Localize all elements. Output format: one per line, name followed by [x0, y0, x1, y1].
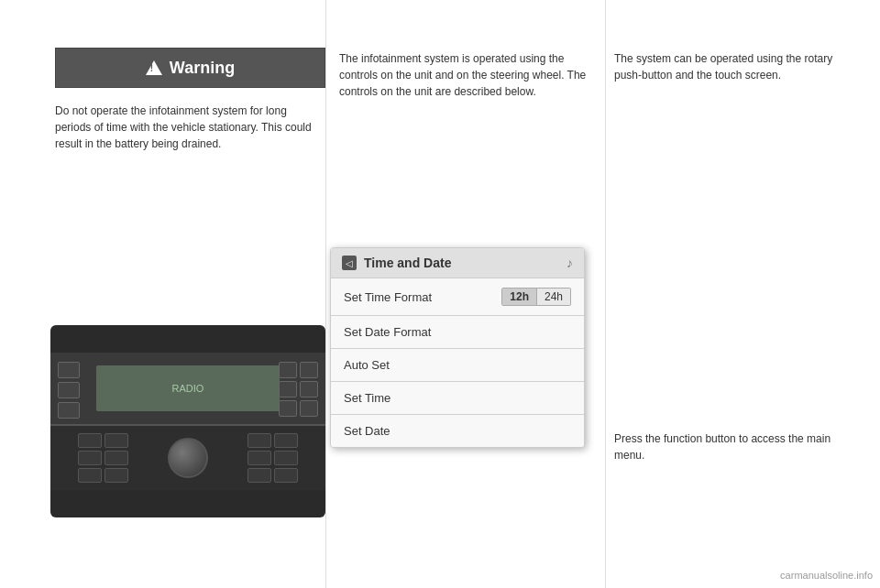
preset-btn-9[interactable] [248, 468, 271, 483]
panel-row-set-date[interactable]: Set Date [331, 415, 584, 447]
time-format-buttons: 12h 24h [501, 288, 571, 306]
radio-right-btn-5[interactable] [279, 400, 297, 417]
time-date-panel: ◁ Time and Date ♪ Set Time Format 12h 24… [330, 247, 585, 448]
radio-knob-container [168, 438, 208, 478]
divider-vertical-2 [605, 0, 606, 588]
panel-header: ◁ Time and Date ♪ [331, 248, 584, 278]
music-icon: ♪ [566, 256, 573, 270]
preset-btn-5[interactable] [104, 451, 128, 465]
radio-right-btn-6[interactable] [300, 400, 318, 417]
warning-title: Warning [170, 59, 235, 78]
set-time-label: Set Time [344, 391, 390, 405]
radio-left-presets [78, 433, 128, 483]
body-text-left: Do not operate the infotainment system f… [55, 103, 325, 152]
preset-btn-6[interactable] [104, 468, 128, 483]
radio-left-btn-2[interactable] [58, 382, 80, 398]
radio-bottom-row [50, 426, 325, 490]
preset-btn-3[interactable] [78, 468, 102, 483]
preset-btn-12[interactable] [274, 468, 298, 483]
panel-row-auto-set[interactable]: Auto Set [331, 349, 584, 382]
panel-row-set-date-format[interactable]: Set Date Format [331, 316, 584, 349]
panel-row-set-time[interactable]: Set Time [331, 382, 584, 415]
radio-display: RADIO [96, 365, 280, 411]
radio-right-btn-2[interactable] [300, 362, 318, 378]
back-icon[interactable]: ◁ [342, 256, 357, 270]
preset-btn-1[interactable] [78, 433, 102, 448]
time-format-24h-button[interactable]: 24h [537, 289, 570, 305]
divider-vertical-1 [325, 0, 326, 588]
warning-triangle-icon [146, 60, 162, 75]
radio-right-btn-4[interactable] [300, 381, 318, 397]
radio-right-presets [248, 433, 298, 483]
preset-btn-7[interactable] [248, 433, 271, 448]
body-text-far-right: The system can be operated using the rot… [614, 50, 862, 83]
radio-left-btn-1[interactable] [58, 362, 80, 378]
radio-right-btn-1[interactable] [279, 362, 297, 378]
time-format-12h-button[interactable]: 12h [502, 289, 537, 305]
warning-box: Warning [55, 48, 325, 88]
radio-right-btn-3[interactable] [279, 381, 297, 397]
panel-header-left: ◁ Time and Date [342, 256, 451, 270]
radio-knob[interactable] [168, 438, 208, 478]
preset-btn-10[interactable] [274, 433, 298, 448]
preset-btn-8[interactable] [248, 451, 271, 465]
auto-set-label: Auto Set [344, 358, 390, 372]
radio-display-text: RADIO [172, 383, 204, 394]
set-date-format-label: Set Date Format [344, 325, 431, 339]
set-time-format-label: Set Time Format [344, 290, 432, 304]
watermark: carmanualsoline.info [780, 570, 873, 581]
body-text-bottom-right: Press the function button to access the … [614, 430, 862, 463]
panel-title: Time and Date [364, 256, 451, 270]
radio-left-btn-3[interactable] [58, 402, 80, 419]
body-text-right: The infotainment system is operated usin… [339, 50, 605, 100]
radio-top-panel: RADIO [50, 353, 325, 426]
radio-unit: RADIO [50, 325, 325, 517]
preset-btn-2[interactable] [78, 451, 102, 465]
preset-btn-11[interactable] [274, 451, 298, 465]
preset-btn-4[interactable] [104, 433, 128, 448]
panel-row-set-time-format: Set Time Format 12h 24h [331, 278, 584, 316]
set-date-label: Set Date [344, 424, 390, 438]
